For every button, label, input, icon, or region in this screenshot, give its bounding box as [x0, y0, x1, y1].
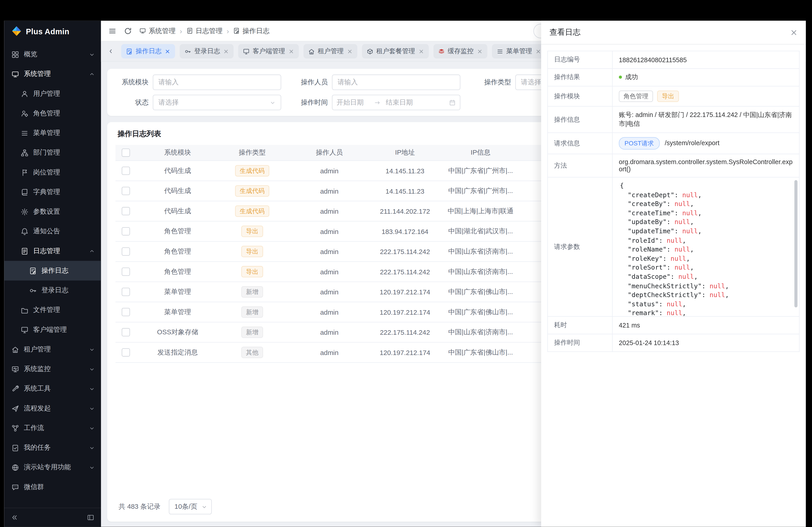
filter-daterange[interactable]: 开始日期 结束日期	[332, 95, 460, 110]
cell-ip: 120.197.212.174	[373, 342, 436, 363]
sidebar-item-wechat[interactable]: 微信群	[4, 477, 101, 497]
sidebar-item-label: 系统管理	[24, 70, 85, 79]
sidebar-item-flow[interactable]: 流程发起	[4, 398, 101, 418]
panel-layout-icon[interactable]	[87, 514, 94, 521]
collapse-sidebar-icon[interactable]	[11, 514, 18, 521]
cell-ip-info: 中国|广东省|佛山市|...	[436, 282, 524, 302]
sidebar-item-label: 字典管理	[33, 187, 95, 197]
tab-menu[interactable]: 菜单管理	[492, 44, 546, 58]
sidebar-item-oplog[interactable]: 操作日志	[4, 261, 101, 281]
sidebar-item-menu[interactable]: 菜单管理	[4, 123, 101, 143]
tab-label: 菜单管理	[506, 47, 532, 56]
cell-ip: 120.197.212.174	[373, 282, 436, 302]
http-method-tag: POST请求	[619, 137, 660, 149]
row-checkbox[interactable]	[122, 288, 130, 296]
tab-client[interactable]: 客户端管理	[238, 44, 299, 58]
row-checkbox[interactable]	[122, 187, 130, 195]
column-header[interactable]: IP信息	[436, 145, 524, 161]
cell-ip-info: 中国|湖北省|武汉市|...	[436, 221, 524, 241]
sidebar-item-tasks[interactable]: 我的任务	[4, 438, 101, 457]
close-tab-icon[interactable]	[418, 48, 424, 54]
sidebar-item-file[interactable]: 文件管理	[4, 300, 101, 320]
column-header[interactable]: 操作类型	[219, 145, 285, 161]
tab-package[interactable]: 租户套餐管理	[362, 44, 429, 58]
sidebar-item-demo[interactable]: 演示站专用功能	[4, 457, 101, 477]
tab-label: 租户管理	[318, 47, 344, 56]
close-tab-icon[interactable]	[223, 48, 229, 54]
close-tab-icon[interactable]	[165, 48, 170, 54]
cell-module: 代码生成	[136, 161, 219, 181]
sidebar-item-loginlog[interactable]: 登录日志	[4, 281, 101, 300]
cell-ip-info: 中国|广东省|广州市|...	[436, 161, 524, 181]
filter-label: 系统模块	[115, 77, 149, 87]
sidebar-item-log[interactable]: 日志管理	[4, 241, 101, 261]
settings-icon	[21, 208, 28, 215]
row-checkbox[interactable]	[122, 308, 130, 316]
tab-oplog[interactable]: 操作日志	[121, 44, 175, 58]
column-header[interactable]: IP地址	[373, 145, 436, 161]
request-params-code[interactable]: { "createDept": null, "createBy": null, …	[613, 177, 799, 316]
select-all-checkbox[interactable]	[122, 149, 130, 157]
brand[interactable]: Plus Admin	[4, 21, 101, 42]
json-line: {	[620, 181, 792, 190]
chevron-down-icon	[89, 346, 95, 352]
monitor-icon	[12, 70, 19, 78]
column-header[interactable]: 操作人员	[285, 145, 373, 161]
filter-select-3[interactable]: 请选择	[153, 95, 281, 110]
filter-input-0[interactable]: 请输入	[153, 75, 281, 90]
sidebar-item-settings[interactable]: 参数设置	[4, 202, 101, 221]
wechat-icon	[12, 483, 19, 491]
sidebar-item-workflow[interactable]: 工作流	[4, 418, 101, 438]
cell-ip-info: 中国|广东省|佛山市|...	[436, 302, 524, 322]
json-line: "deptCheckStrictly": null,	[620, 290, 792, 299]
breadcrumb-item-log[interactable]: 日志管理	[186, 26, 223, 35]
row-checkbox[interactable]	[122, 268, 130, 276]
close-tab-icon[interactable]	[535, 48, 541, 54]
hamburger-menu-icon[interactable]	[108, 27, 117, 35]
tabs-scroll-left-icon[interactable]	[105, 46, 117, 57]
sidebar-item-monitor2[interactable]: 系统监控	[4, 359, 101, 379]
sidebar-item-notice[interactable]: 通知公告	[4, 222, 101, 241]
client-icon	[21, 326, 28, 333]
row-checkbox[interactable]	[122, 328, 130, 336]
chevron-down-icon	[270, 100, 275, 105]
filter-label: 状态	[115, 98, 149, 107]
column-header[interactable]: 系统模块	[136, 145, 219, 161]
sidebar-item-monitor[interactable]: 系统管理	[4, 64, 101, 84]
close-tab-icon[interactable]	[288, 48, 294, 54]
sidebar-item-label: 概览	[24, 49, 85, 59]
tab-tenant[interactable]: 租户管理	[303, 44, 357, 58]
row-checkbox[interactable]	[122, 207, 130, 215]
sidebar-item-post[interactable]: 岗位管理	[4, 163, 101, 182]
close-tab-icon[interactable]	[477, 48, 482, 54]
sidebar-item-tools[interactable]: 系统工具	[4, 379, 101, 398]
breadcrumb-item-monitor[interactable]: 系统管理	[140, 26, 176, 35]
refresh-icon[interactable]	[124, 27, 132, 35]
close-drawer-icon[interactable]	[791, 29, 798, 36]
log-icon	[186, 28, 193, 34]
sidebar-item-grid[interactable]: 概览	[4, 44, 101, 64]
row-checkbox[interactable]	[122, 227, 130, 236]
cell-ip: 14.145.11.23	[373, 181, 436, 201]
sidebar-item-tenant[interactable]: 租户管理	[4, 340, 101, 359]
page-size-select[interactable]: 10条/页	[169, 499, 212, 514]
cell-ip-info: 中国|广东省|佛山市|...	[436, 342, 524, 363]
sidebar-item-label: 微信群	[24, 482, 95, 492]
filter-input-1[interactable]: 请输入	[332, 75, 460, 90]
breadcrumb-item-oplog[interactable]: 操作日志	[233, 26, 270, 35]
sidebar-item-label: 岗位管理	[33, 168, 95, 177]
sidebar-item-dept[interactable]: 部门管理	[4, 143, 101, 163]
tab-loginlog[interactable]: 登录日志	[180, 44, 234, 58]
sidebar-item-user[interactable]: 用户管理	[4, 84, 101, 104]
row-checkbox[interactable]	[122, 348, 130, 357]
close-tab-icon[interactable]	[347, 48, 352, 54]
tab-redis[interactable]: 缓存监控	[433, 44, 487, 58]
row-checkbox[interactable]	[122, 167, 130, 175]
sidebar: Plus Admin 概览 系统管理 用户管理 角色管理 菜单管理 部门管理 岗…	[4, 21, 101, 527]
row-checkbox[interactable]	[122, 247, 130, 256]
scrollbar-thumb[interactable]	[794, 180, 798, 307]
sidebar-item-client[interactable]: 客户端管理	[4, 320, 101, 340]
sidebar-item-dict[interactable]: 字典管理	[4, 182, 101, 202]
sidebar-item-role[interactable]: 角色管理	[4, 104, 101, 123]
placeholder: 请输入	[338, 77, 455, 87]
